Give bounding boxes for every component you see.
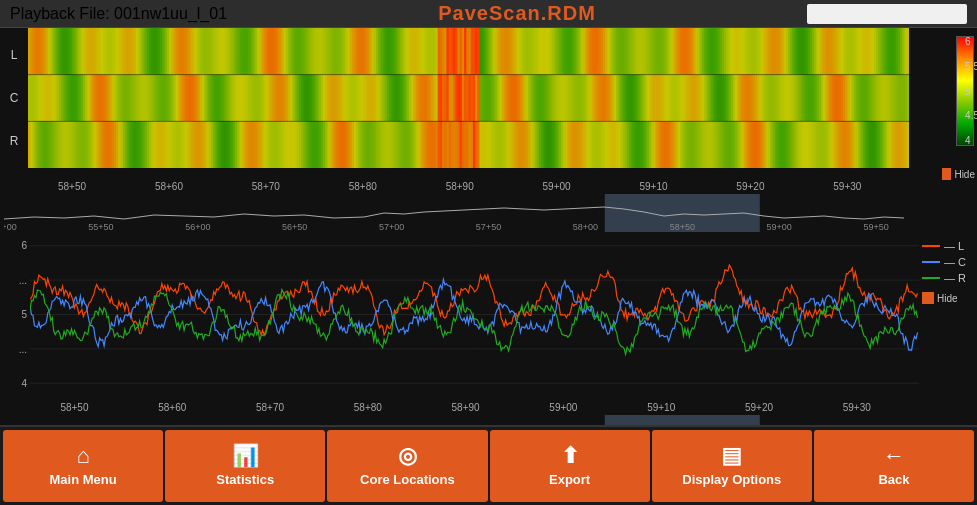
lc-xlabel-6: 59+10 (647, 402, 676, 413)
search-input[interactable] (807, 4, 967, 24)
legend-C: — C (922, 256, 977, 268)
back-button[interactable]: ← Back (814, 430, 974, 502)
lc-xlabel-4: 58+90 (452, 402, 481, 413)
linechart-xaxis: 58+50 58+60 58+70 58+80 58+90 59+00 59+1… (30, 397, 919, 415)
linechart-panel: 6 ... 5 ... 4 — L — C (0, 232, 977, 425)
legend-line-C (922, 261, 940, 263)
colorbar-val-5: 5 (965, 86, 977, 97)
y-label-5: 5 (21, 309, 30, 320)
y-label-6: 6 (21, 240, 30, 251)
heatmap-xlabel-6: 59+10 (639, 181, 668, 192)
export-icon: ⬆ (561, 445, 579, 467)
statistics-label: Statistics (216, 472, 274, 487)
hide-button-heatmap[interactable]: Hide (942, 168, 975, 180)
hide-icon-chart (922, 292, 934, 304)
y-label-4: 4 (21, 378, 30, 389)
lc-xlabel-3: 58+80 (354, 402, 383, 413)
colorbar-val-6: 6 (965, 36, 977, 47)
y-axis-labels: 6 ... 5 ... 4 (0, 232, 30, 397)
heatmap-xlabel-5: 59+00 (543, 181, 572, 192)
legend-hide[interactable]: Hide (922, 292, 977, 304)
lc-xlabel-8: 59+30 (843, 402, 872, 413)
back-label: Back (878, 472, 909, 487)
linechart-xaxis-svg: 58+50 58+60 58+70 58+80 58+90 59+00 59+1… (30, 397, 919, 415)
title-main: PaveScan. (438, 2, 547, 24)
svg-text:55+00: 55+00 (4, 222, 17, 232)
export-button[interactable]: ⬆ Export (490, 430, 650, 502)
colorbar-val-4: 4 (965, 135, 977, 146)
statistics-icon: 📊 (232, 445, 259, 467)
display-options-label: Display Options (682, 472, 781, 487)
display-options-button[interactable]: ▤ Display Options (652, 430, 812, 502)
heatmap-xlabel-4: 58+90 (446, 181, 475, 192)
colorbar-val-45: 4.5 (965, 110, 977, 121)
lane-label-L: L (0, 48, 28, 62)
heatmap-canvas (28, 28, 909, 168)
heatmap-xlabel-3: 58+80 (349, 181, 378, 192)
svg-text:56+50: 56+50 (282, 222, 307, 232)
y-label-blank2: ... (19, 344, 30, 355)
legend-label-L: — L (944, 240, 964, 252)
toolbar: ⌂ Main Menu 📊 Statistics ◎ Core Location… (0, 425, 977, 505)
legend-R: — R (922, 272, 977, 284)
hide-icon-heatmap (942, 168, 951, 180)
heatmap-xlabel-8: 59+30 (833, 181, 862, 192)
playback-label: Playback File: 001nw1uu_l_01 (10, 5, 227, 23)
main-menu-label: Main Menu (50, 472, 117, 487)
display-options-icon: ▤ (721, 445, 742, 467)
svg-text:56+00: 56+00 (185, 222, 210, 232)
lane-labels: L C R (0, 28, 28, 168)
hide-label-heatmap: Hide (954, 169, 975, 180)
heatmap-panel: L C R 6 5.5 5 4.5 4 Hide (0, 28, 977, 232)
export-label: Export (549, 472, 590, 487)
core-locations-icon: ◎ (398, 445, 417, 467)
svg-text:57+50: 57+50 (476, 222, 501, 232)
lc-xlabel-5: 59+00 (549, 402, 578, 413)
core-locations-label: Core Locations (360, 472, 455, 487)
colorbar-labels: 6 5.5 5 4.5 4 (965, 36, 977, 146)
back-icon: ← (883, 445, 905, 467)
svg-text:55+50: 55+50 (88, 222, 113, 232)
heatmap-xaxis: 58+50 58+60 58+70 58+80 58+90 59+00 59+1… (28, 176, 909, 194)
app-title: PaveScan.RDM (438, 2, 596, 25)
main-area: L C R 6 5.5 5 4.5 4 Hide (0, 28, 977, 425)
lc-xlabel-0: 58+50 (60, 402, 89, 413)
linechart-area (30, 232, 919, 397)
legend-label-R: — R (944, 272, 966, 284)
legend-line-L (922, 245, 940, 247)
title-accent: RDM (547, 2, 596, 24)
colorbar-val-55: 5.5 (965, 61, 977, 72)
heatmap-xaxis-svg: 58+50 58+60 58+70 58+80 58+90 59+00 59+1… (28, 176, 909, 194)
lane-label-C: C (0, 91, 28, 105)
svg-text:58+50: 58+50 (670, 222, 695, 232)
y-label-blank1: ... (19, 275, 30, 286)
svg-rect-14 (605, 415, 760, 425)
heatmap-xlabel-1: 58+60 (155, 181, 184, 192)
svg-text:59+00: 59+00 (767, 222, 792, 232)
lc-xlabel-2: 58+70 (256, 402, 285, 413)
svg-text:57+00: 57+00 (379, 222, 404, 232)
legend-L: — L (922, 240, 977, 252)
lane-label-R: R (0, 134, 28, 148)
legend-line-R (922, 277, 940, 279)
colorbar: 6 5.5 5 4.5 4 Hide (952, 36, 977, 166)
core-locations-button[interactable]: ◎ Core Locations (327, 430, 487, 502)
app-header: Playback File: 001nw1uu_l_01 PaveScan.RD… (0, 0, 977, 28)
legend-label-hide: Hide (937, 293, 958, 304)
svg-text:59+50: 59+50 (863, 222, 888, 232)
minimap-2-svg: 55+00 55+50 56+00 56+50 57+00 57+50 58+0… (4, 415, 973, 425)
lc-xlabel-7: 59+20 (745, 402, 774, 413)
main-menu-icon: ⌂ (76, 445, 89, 467)
heatmap-xlabel-0: 58+50 (58, 181, 87, 192)
legend-label-C: — C (944, 256, 966, 268)
heatmap-xlabel-2: 58+70 (252, 181, 281, 192)
minimap-1: 55+00 55+50 56+00 56+50 57+00 57+50 58+0… (4, 194, 973, 232)
minimap-2: 55+00 55+50 56+00 56+50 57+00 57+50 58+0… (4, 415, 973, 425)
statistics-button[interactable]: 📊 Statistics (165, 430, 325, 502)
heatmap-xlabel-7: 59+20 (736, 181, 765, 192)
main-menu-button[interactable]: ⌂ Main Menu (3, 430, 163, 502)
chart-legend: — L — C — R Hide (922, 240, 977, 304)
svg-rect-13 (4, 415, 973, 425)
lc-xlabel-1: 58+60 (158, 402, 187, 413)
svg-text:58+00: 58+00 (573, 222, 598, 232)
